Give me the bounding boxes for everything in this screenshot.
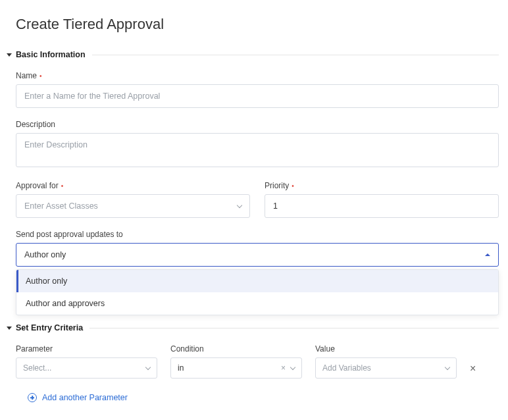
chevron-down-icon <box>445 365 450 370</box>
label-approval-for: Approval for• <box>16 181 250 190</box>
remove-criteria-button[interactable]: × <box>470 363 476 379</box>
value-placeholder: Add Variables <box>322 363 371 373</box>
clear-condition-icon[interactable]: × <box>281 363 286 373</box>
chevron-up-icon <box>485 253 490 256</box>
section-title-criteria: Set Entry Criteria <box>16 323 83 332</box>
label-priority: Priority• <box>265 181 499 190</box>
label-value: Value <box>315 344 457 354</box>
section-title-basic: Basic Information <box>16 50 86 59</box>
label-name: Name• <box>16 71 499 80</box>
add-parameter-button[interactable]: Add another Parameter <box>28 393 499 402</box>
value-select[interactable]: Add Variables <box>315 357 457 379</box>
caret-down-icon <box>7 327 12 330</box>
caret-down-icon <box>7 53 12 57</box>
divider <box>89 328 499 328</box>
label-condition: Condition <box>170 344 302 354</box>
name-input[interactable] <box>16 84 499 108</box>
chevron-down-icon <box>145 365 151 370</box>
dropdown-option-author-and-approvers[interactable]: Author and approvers <box>16 292 498 315</box>
page-title: Create Tiered Approval <box>16 16 499 33</box>
label-send-updates: Send post approval updates to <box>16 230 499 239</box>
section-header-criteria[interactable]: Set Entry Criteria <box>7 323 499 332</box>
description-input[interactable] <box>16 133 499 167</box>
plus-circle-icon <box>28 393 37 402</box>
required-indicator: • <box>292 182 294 190</box>
condition-select[interactable]: in × <box>170 357 302 379</box>
dropdown-option-author-only[interactable]: Author only <box>16 270 498 292</box>
section-header-basic[interactable]: Basic Information <box>7 50 499 59</box>
add-parameter-label: Add another Parameter <box>42 393 128 402</box>
condition-value: in <box>178 363 184 373</box>
label-description: Description <box>16 120 499 129</box>
required-indicator: • <box>61 182 64 190</box>
send-updates-value: Author only <box>24 250 66 259</box>
chevron-down-icon <box>237 203 242 208</box>
label-parameter: Parameter <box>16 344 157 354</box>
required-indicator: • <box>39 72 42 80</box>
approval-for-select[interactable]: Enter Asset Classes <box>16 194 250 218</box>
approval-for-placeholder: Enter Asset Classes <box>24 201 98 211</box>
parameter-select[interactable]: Select... <box>16 357 157 379</box>
send-updates-dropdown: Author only Author and approvers <box>16 269 499 315</box>
criteria-row: Parameter Select... Condition in × Value… <box>16 344 499 379</box>
divider <box>92 55 499 55</box>
parameter-placeholder: Select... <box>23 363 51 373</box>
send-updates-select[interactable]: Author only <box>16 243 499 267</box>
chevron-down-icon <box>290 365 295 370</box>
priority-input[interactable] <box>265 194 499 218</box>
